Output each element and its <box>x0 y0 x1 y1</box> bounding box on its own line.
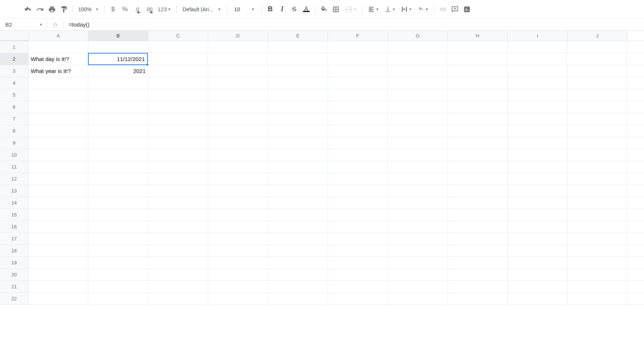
cell-D1[interactable] <box>208 41 268 53</box>
cell-B8[interactable] <box>88 125 148 137</box>
cell-C21[interactable] <box>148 281 208 292</box>
undo-button[interactable] <box>22 4 34 15</box>
name-box[interactable]: B2 ▼ <box>0 21 46 28</box>
cell-F5[interactable] <box>328 89 388 101</box>
cell-H12[interactable] <box>448 173 508 185</box>
cell-C16[interactable] <box>148 221 208 233</box>
font-family-dropdown[interactable]: Default (Ari... ▼ <box>180 6 224 12</box>
cell-E4[interactable] <box>268 77 328 89</box>
cell-I19[interactable] <box>508 257 568 268</box>
cell-I8[interactable] <box>508 125 568 137</box>
cell-D16[interactable] <box>208 221 268 233</box>
cell-E11[interactable] <box>268 161 328 173</box>
cell-I20[interactable] <box>508 269 568 280</box>
cell-B13[interactable] <box>88 185 148 197</box>
cell-A10[interactable] <box>28 149 88 161</box>
cell-D5[interactable] <box>208 89 268 101</box>
cell-D7[interactable] <box>208 113 268 125</box>
cell-E12[interactable] <box>268 173 328 185</box>
cell-B22[interactable] <box>88 293 148 304</box>
cell-J19[interactable] <box>568 257 628 268</box>
cell-E16[interactable] <box>268 221 328 233</box>
cell-D15[interactable] <box>208 209 268 221</box>
cell-E9[interactable] <box>268 137 328 149</box>
cell-J10[interactable] <box>568 149 628 161</box>
cell-C7[interactable] <box>148 113 208 125</box>
cell-E6[interactable] <box>268 101 328 113</box>
cell-H13[interactable] <box>448 185 508 197</box>
cell-F4[interactable] <box>328 77 388 89</box>
cell-I1[interactable] <box>508 41 568 53</box>
cell-B15[interactable] <box>88 209 148 221</box>
cell-B20[interactable] <box>88 269 148 280</box>
cell-A16[interactable] <box>28 221 88 233</box>
insert-chart-button[interactable] <box>461 4 473 15</box>
cell-J5[interactable] <box>568 89 628 101</box>
cell-C2[interactable] <box>148 53 207 65</box>
cell-I16[interactable] <box>508 221 568 233</box>
fill-color-button[interactable] <box>318 4 329 15</box>
cell-H6[interactable] <box>448 101 508 113</box>
row-header-2[interactable]: 2 <box>0 53 28 65</box>
cell-C3[interactable] <box>148 65 208 77</box>
cell-J9[interactable] <box>568 137 628 149</box>
strikethrough-button[interactable]: S <box>289 4 300 15</box>
cell-D9[interactable] <box>208 137 268 149</box>
row-header-6[interactable]: 6 <box>0 101 28 113</box>
cell-I3[interactable] <box>508 65 568 77</box>
cell-A20[interactable] <box>28 269 88 280</box>
cell-H16[interactable] <box>448 221 508 233</box>
cell-G14[interactable] <box>388 197 448 209</box>
row-header-22[interactable]: 22 <box>0 293 28 304</box>
cell-D19[interactable] <box>208 257 268 268</box>
cell-I15[interactable] <box>508 209 568 221</box>
more-formats-button[interactable]: 123 ▼ <box>155 4 173 15</box>
cell-D20[interactable] <box>208 269 268 280</box>
cell-G22[interactable] <box>388 293 448 304</box>
cell-B10[interactable] <box>88 149 148 161</box>
cell-D8[interactable] <box>208 125 268 137</box>
cell-E20[interactable] <box>268 269 328 280</box>
cell-J3[interactable] <box>568 65 628 77</box>
cell-B3[interactable]: 2021 <box>88 65 148 77</box>
cell-B7[interactable] <box>88 113 148 125</box>
column-header-G[interactable]: G <box>388 31 448 41</box>
cell-F11[interactable] <box>328 161 388 173</box>
cell-F19[interactable] <box>328 257 388 268</box>
cell-G4[interactable] <box>388 77 448 89</box>
cell-J6[interactable] <box>568 101 628 113</box>
cell-B2[interactable]: 11/12/2021 <box>88 53 148 65</box>
cell-H2[interactable] <box>447 53 507 65</box>
row-header-12[interactable]: 12 <box>0 173 28 185</box>
row-header-4[interactable]: 4 <box>0 77 28 89</box>
cell-C14[interactable] <box>148 197 208 209</box>
cell-H8[interactable] <box>448 125 508 137</box>
cell-J18[interactable] <box>568 245 628 256</box>
cell-H1[interactable] <box>448 41 508 53</box>
cell-G19[interactable] <box>388 257 448 268</box>
cell-I9[interactable] <box>508 137 568 149</box>
cell-A6[interactable] <box>28 101 88 113</box>
cell-F22[interactable] <box>328 293 388 304</box>
cell-A1[interactable] <box>28 41 88 53</box>
cell-D12[interactable] <box>208 173 268 185</box>
merge-cells-button[interactable]: ▼ <box>342 4 359 15</box>
cell-A21[interactable] <box>28 281 88 292</box>
cell-E19[interactable] <box>268 257 328 268</box>
column-header-E[interactable]: E <box>268 31 328 41</box>
cell-A14[interactable] <box>28 197 88 209</box>
cell-H22[interactable] <box>448 293 508 304</box>
cell-A18[interactable] <box>28 245 88 256</box>
column-header-D[interactable]: D <box>208 31 268 41</box>
column-header-H[interactable]: H <box>448 31 508 41</box>
cell-E5[interactable] <box>268 89 328 101</box>
row-header-11[interactable]: 11 <box>0 161 28 173</box>
cell-C15[interactable] <box>148 209 208 221</box>
cell-A22[interactable] <box>28 293 88 304</box>
cell-B14[interactable] <box>88 197 148 209</box>
cell-G3[interactable] <box>388 65 448 77</box>
cell-A12[interactable] <box>28 173 88 185</box>
cell-I18[interactable] <box>508 245 568 256</box>
cell-I5[interactable] <box>508 89 568 101</box>
cell-E2[interactable] <box>267 53 327 65</box>
